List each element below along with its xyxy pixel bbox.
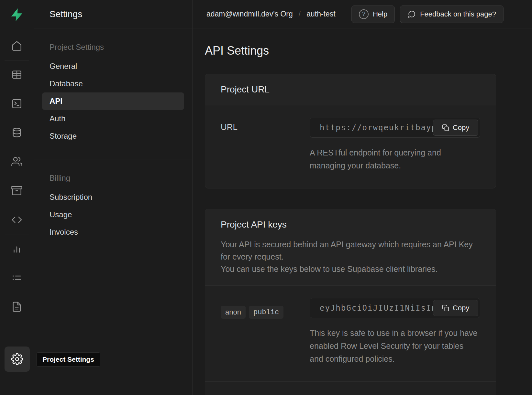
logs-icon [11,272,22,283]
nav-table-editor[interactable] [8,66,26,84]
sidebar-nav: Project Settings General Database API Au… [34,28,192,241]
settings-gear-icon [11,353,23,365]
project-settings-tooltip: Project Settings [36,352,100,367]
sidebar-item-usage[interactable]: Usage [42,206,184,223]
sidebar-item-invoices[interactable]: Invoices [42,223,184,241]
section-header-billing: Billing [42,174,184,183]
nav-project-settings[interactable] [5,347,30,372]
app-window: Project Settings Settings Project Settin… [0,0,532,395]
main-header: adam@windmill.dev's Org / auth-test ? He… [193,0,532,28]
breadcrumb-project[interactable]: auth-test [306,10,336,18]
nav-docs[interactable] [8,298,26,316]
sidebar-header: Settings [34,0,192,28]
sidebar-item-api[interactable]: API [42,92,184,110]
anon-key-description: This key is safe to use in a browser if … [310,326,478,365]
help-icon: ? [359,9,369,19]
storage-icon [11,185,22,196]
help-button[interactable]: ? Help [351,5,395,23]
sidebar-bottom-divider [0,376,193,376]
sidebar-item-general[interactable]: General [42,58,184,75]
api-keys-description-1: Your API is secured behind an API gatewa… [221,238,480,263]
reports-icon [11,243,22,254]
edge-functions-icon [11,214,22,225]
anon-key-field-col: eyJhbGciOiJIUzI1NiIsIn Copy This key is … [310,298,480,365]
nav-database[interactable] [8,123,26,142]
breadcrumb-separator: / [299,10,301,18]
nav-home[interactable] [8,37,26,55]
help-button-label: Help [373,10,387,18]
copy-url-button[interactable]: Copy [433,120,478,136]
speech-bubble-icon [407,10,416,18]
project-url-card-header: Project URL [205,74,496,105]
table-editor-icon [11,69,22,80]
feedback-button-label: Feedback on this page? [420,10,496,18]
rail-divider [5,118,29,118]
project-url-card-title: Project URL [221,84,480,95]
url-field-col: https://orwqeukritbayp Copy A RESTful en… [310,118,480,172]
project-url-description: A RESTful endpoint for querying and mana… [310,146,455,172]
anon-key-badges: anon public [221,303,310,319]
nav-logs[interactable] [8,269,26,287]
project-api-keys-card: Project API keys Your API is secured beh… [205,209,496,395]
sidebar-item-database[interactable]: Database [42,75,184,92]
project-url-card: Project URL URL https://orwqeukritbayp [205,74,496,188]
sql-editor-icon [11,98,22,109]
rail-divider [5,234,29,234]
supabase-logo[interactable] [9,7,25,23]
api-keys-description-2: You can use the keys below to use Supaba… [221,263,480,275]
project-url-value: https://orwqeukritbayp [320,123,437,132]
section-header-project-settings: Project Settings [42,43,184,52]
copy-icon [442,304,449,312]
nav-reports[interactable] [8,240,26,258]
sidebar-item-auth[interactable]: Auth [42,110,184,127]
copy-anon-key-label: Copy [453,304,469,312]
home-icon [11,40,22,51]
api-keys-next-row-clipped [205,382,496,395]
sidebar-item-storage[interactable]: Storage [42,127,184,145]
nav-sql-editor[interactable] [8,95,26,113]
nav-storage[interactable] [8,182,26,200]
copy-url-label: Copy [453,123,469,132]
sidebar-section-divider [34,159,192,159]
database-icon [11,127,22,138]
breadcrumb: adam@windmill.dev's Org / auth-test [206,10,351,18]
project-url-card-body: URL https://orwqeukritbayp Copy [205,105,496,188]
url-field-label: URL [221,118,310,172]
rail-divider [5,60,29,60]
auth-users-icon [11,156,22,167]
docs-icon [11,301,22,312]
anon-key-badges-col: anon public [221,298,310,365]
nav-auth-users[interactable] [8,153,26,171]
copy-anon-key-button[interactable]: Copy [433,300,478,316]
supabase-bolt-icon [9,7,24,22]
project-api-keys-card-title: Project API keys [221,219,480,230]
anon-badge: anon [221,306,246,319]
breadcrumb-org[interactable]: adam@windmill.dev's Org [206,10,293,18]
sidebar-title: Settings [50,9,82,19]
nav-edge-functions[interactable] [8,211,26,229]
anon-key-row: anon public eyJhbGciOiJIUzI1NiIsIn [205,286,496,381]
header-actions: ? Help Feedback on this page? [351,5,504,23]
anon-key-value: eyJhbGciOiJIUzI1NiIsIn [320,304,437,313]
anon-key-value-box[interactable]: eyJhbGciOiJIUzI1NiIsIn Copy [310,298,480,318]
project-api-keys-card-header: Project API keys Your API is secured beh… [205,209,496,286]
sidebar-item-subscription[interactable]: Subscription [42,188,184,206]
project-url-value-box[interactable]: https://orwqeukritbayp Copy [310,118,480,138]
icon-rail [0,0,34,395]
settings-sidebar: Settings Project Settings General Databa… [34,0,193,395]
feedback-button[interactable]: Feedback on this page? [400,5,504,23]
copy-icon [442,124,449,131]
api-settings-content: API Settings Project URL URL https://orw… [193,28,532,395]
public-badge: public [249,306,283,319]
page-title: API Settings [205,44,532,58]
main-area: adam@windmill.dev's Org / auth-test ? He… [193,0,532,395]
